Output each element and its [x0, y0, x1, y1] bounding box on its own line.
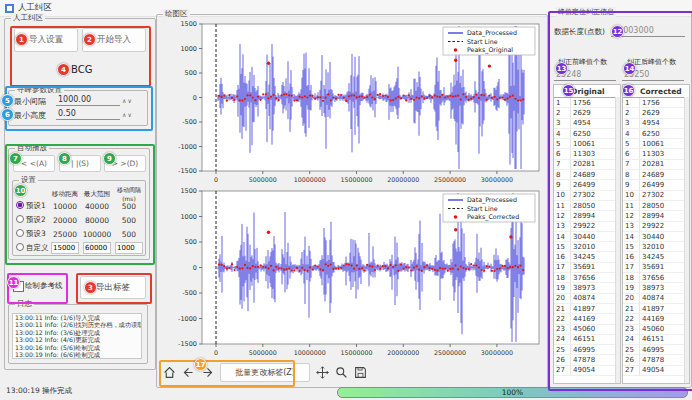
- table-scrollbar[interactable]: [684, 97, 689, 383]
- table-row[interactable]: 1532010: [623, 242, 689, 252]
- table-row[interactable]: 1837656: [554, 273, 620, 283]
- row-index: 9: [554, 180, 571, 190]
- batch-edit-labels-button[interactable]: 批量更改标签(Z): [220, 363, 310, 382]
- preset-header-row: 移动距离最大范围移动间隔(ms): [16, 186, 144, 199]
- log-output[interactable]: 13:00:11 Info: (1/6)导入完成13:00:11 Info: (…: [12, 313, 142, 359]
- table-row[interactable]: 510061: [623, 139, 689, 149]
- table-row[interactable]: 2749054: [623, 366, 689, 376]
- table-row[interactable]: 11756: [623, 98, 689, 108]
- preset-custom-input[interactable]: [83, 242, 111, 254]
- table-row[interactable]: 1128050: [623, 201, 689, 211]
- table-row[interactable]: 1128050: [554, 201, 620, 211]
- som-badge-9: 9: [103, 152, 116, 165]
- chart-original-peaks[interactable]: -1500-1000-50005001000150005000000100000…: [158, 20, 544, 185]
- table-row[interactable]: 1532010: [554, 242, 620, 252]
- row-index: 10: [623, 191, 640, 201]
- radio-icon[interactable]: [16, 201, 24, 209]
- min-height-input[interactable]: [56, 107, 120, 120]
- home-icon[interactable]: [163, 366, 176, 379]
- radio-icon[interactable]: [16, 243, 24, 251]
- row-value: 28994: [640, 211, 689, 221]
- chart-corrected-peaks[interactable]: -1500-1000-50005001000150005000000100000…: [158, 187, 544, 358]
- row-value: 10061: [571, 139, 620, 149]
- table-row[interactable]: 2244169: [623, 314, 689, 324]
- corrected-peaks-table[interactable]: Corrected1175622629349544625051006161130…: [622, 84, 690, 384]
- min-interval-input[interactable]: [56, 93, 120, 106]
- table-row[interactable]: 1228994: [554, 211, 620, 221]
- table-row[interactable]: 2749054: [554, 366, 620, 376]
- original-peaks-table[interactable]: Original11756226293495446250510061611303…: [553, 84, 621, 384]
- table-row[interactable]: 611303: [623, 149, 689, 159]
- table-row[interactable]: 1430440: [554, 232, 620, 242]
- min-height-spinner[interactable]: ∧∨: [122, 111, 133, 118]
- table-row[interactable]: 2345060: [623, 325, 689, 335]
- back-icon[interactable]: [182, 366, 195, 379]
- save-icon[interactable]: [354, 366, 367, 379]
- preset-radio-预设1[interactable]: 预设1: [16, 201, 50, 211]
- preset-radio-预设2[interactable]: 预设2: [16, 215, 50, 225]
- row-value: 47878: [640, 355, 689, 365]
- row-value: 11303: [571, 149, 620, 159]
- table-row[interactable]: 926499: [623, 180, 689, 190]
- table-row[interactable]: 34954: [623, 119, 689, 129]
- svg-text:0: 0: [214, 176, 218, 183]
- table-row[interactable]: 1837656: [623, 273, 689, 283]
- table-row[interactable]: 1329922: [554, 222, 620, 232]
- radio-icon[interactable]: [16, 229, 24, 237]
- table-row[interactable]: 1634245: [554, 252, 620, 262]
- table-row[interactable]: 1938973: [623, 283, 689, 293]
- table-row[interactable]: 824689: [554, 170, 620, 180]
- preset-custom-input[interactable]: [51, 242, 79, 254]
- table-row[interactable]: 11756: [554, 98, 620, 108]
- table-row[interactable]: 1027302: [554, 191, 620, 201]
- table-row[interactable]: 1735691: [623, 263, 689, 273]
- radio-icon[interactable]: [16, 215, 24, 223]
- table-row[interactable]: 2040874: [623, 294, 689, 304]
- table-row[interactable]: 2040874: [554, 294, 620, 304]
- table-row[interactable]: 2345060: [554, 325, 620, 335]
- preset-radio-自定义[interactable]: 自定义: [16, 243, 50, 253]
- row-index: 21: [554, 304, 571, 314]
- table-row[interactable]: 824689: [623, 170, 689, 180]
- svg-text:20000000: 20000000: [387, 176, 419, 183]
- table-row[interactable]: 46250: [623, 129, 689, 139]
- min-interval-spinner[interactable]: ∧∨: [122, 97, 133, 104]
- table-row[interactable]: 2446151: [554, 335, 620, 345]
- table-row[interactable]: 1938973: [554, 283, 620, 293]
- table-row[interactable]: 926499: [554, 180, 620, 190]
- table-row[interactable]: 720281: [554, 160, 620, 170]
- zoom-icon[interactable]: [335, 366, 348, 379]
- table-scrollbar[interactable]: [615, 97, 620, 383]
- preset-custom-input[interactable]: [115, 242, 143, 254]
- table-row[interactable]: 2647878: [623, 355, 689, 365]
- table-row[interactable]: 1634245: [623, 252, 689, 262]
- table-row[interactable]: 1735691: [554, 263, 620, 273]
- table-row[interactable]: 1228994: [623, 211, 689, 221]
- row-index: 27: [554, 366, 571, 376]
- table-row[interactable]: 2546995: [554, 345, 620, 355]
- table-row[interactable]: 510061: [554, 139, 620, 149]
- row-value: 45060: [571, 325, 620, 335]
- table-row[interactable]: 611303: [554, 149, 620, 159]
- table-row[interactable]: 1329922: [623, 222, 689, 232]
- table-row[interactable]: 2647878: [554, 355, 620, 365]
- table-row[interactable]: 46250: [554, 129, 620, 139]
- table-row[interactable]: 22629: [623, 108, 689, 118]
- row-index: 12: [554, 211, 571, 221]
- table-row[interactable]: 2141897: [623, 304, 689, 314]
- table-row[interactable]: 2141897: [554, 304, 620, 314]
- table-row[interactable]: 34954: [554, 119, 620, 129]
- table-row[interactable]: 22629: [554, 108, 620, 118]
- pan-icon[interactable]: [316, 366, 329, 379]
- som-badge-1: 1: [15, 33, 28, 46]
- table-row[interactable]: 1430440: [623, 232, 689, 242]
- table-row[interactable]: 1027302: [623, 191, 689, 201]
- progress-bar: 100%: [337, 387, 688, 398]
- table-row[interactable]: 2546995: [623, 345, 689, 355]
- row-value: 38973: [640, 283, 689, 293]
- table-row[interactable]: 720281: [623, 160, 689, 170]
- table-row[interactable]: 2244169: [554, 314, 620, 324]
- preset-radio-预设3[interactable]: 预设3: [16, 229, 50, 239]
- preset-cell: 500: [114, 216, 144, 225]
- table-row[interactable]: 2446151: [623, 335, 689, 345]
